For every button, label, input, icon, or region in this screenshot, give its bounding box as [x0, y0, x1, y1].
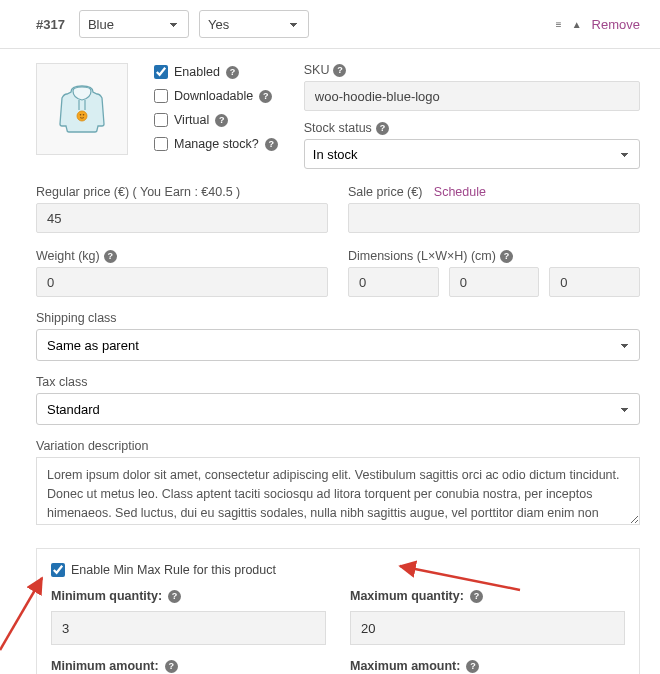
enabled-checkbox[interactable]	[154, 65, 168, 79]
enabled-label: Enabled	[174, 65, 220, 79]
dim-height-input[interactable]	[549, 267, 640, 297]
help-icon[interactable]: ?	[470, 590, 483, 603]
max-amt-label: Maximum amount: ?	[350, 659, 625, 673]
attribute-1-select[interactable]: Blue	[79, 10, 189, 38]
min-qty-input[interactable]	[51, 611, 326, 645]
menu-icon[interactable]: ≡	[556, 19, 562, 30]
enabled-checkbox-row: Enabled ?	[154, 65, 278, 79]
svg-point-2	[77, 111, 87, 121]
attribute-2-select[interactable]: Yes	[199, 10, 309, 38]
variation-id: #317	[36, 17, 65, 32]
collapse-icon[interactable]: ▲	[572, 19, 582, 30]
sale-price-label: Sale price (€) Schedule	[348, 185, 640, 199]
help-icon[interactable]: ?	[333, 64, 346, 77]
sale-price-input[interactable]	[348, 203, 640, 233]
dim-width-input[interactable]	[449, 267, 540, 297]
remove-variation-link[interactable]: Remove	[592, 17, 640, 32]
weight-input[interactable]	[36, 267, 328, 297]
svg-point-4	[83, 114, 85, 116]
regular-price-input[interactable]	[36, 203, 328, 233]
shipping-class-label: Shipping class	[36, 311, 640, 325]
variation-header: #317 Blue Yes ≡ ▲ Remove	[0, 0, 660, 49]
enable-minmax-label: Enable Min Max Rule for this product	[71, 563, 276, 577]
virtual-label: Virtual	[174, 113, 209, 127]
tax-class-select[interactable]: Standard	[36, 393, 640, 425]
help-icon[interactable]: ?	[500, 250, 513, 263]
help-icon[interactable]: ?	[168, 590, 181, 603]
weight-label: Weight (kg) ?	[36, 249, 328, 263]
enable-minmax-row: Enable Min Max Rule for this product	[51, 563, 625, 577]
tax-class-label: Tax class	[36, 375, 640, 389]
downloadable-checkbox[interactable]	[154, 89, 168, 103]
min-amt-label: Minimum amount: ?	[51, 659, 326, 673]
downloadable-label: Downloadable	[174, 89, 253, 103]
stock-status-label: Stock status ?	[304, 121, 640, 135]
variation-panel: #317 Blue Yes ≡ ▲ Remove	[0, 0, 660, 674]
manage-stock-checkbox[interactable]	[154, 137, 168, 151]
min-max-box: Enable Min Max Rule for this product Min…	[36, 548, 640, 674]
help-icon[interactable]: ?	[265, 138, 278, 151]
hoodie-icon	[55, 80, 109, 138]
help-icon[interactable]: ?	[376, 122, 389, 135]
variation-description-textarea[interactable]	[36, 457, 640, 525]
help-icon[interactable]: ?	[215, 114, 228, 127]
regular-price-label: Regular price (€) ( You Earn : €40.5 )	[36, 185, 328, 199]
manage-stock-label: Manage stock?	[174, 137, 259, 151]
dimensions-label: Dimensions (L×W×H) (cm) ?	[348, 249, 640, 263]
enable-minmax-checkbox[interactable]	[51, 563, 65, 577]
sku-input[interactable]	[304, 81, 640, 111]
max-qty-label: Maximum quantity: ?	[350, 589, 625, 603]
virtual-checkbox[interactable]	[154, 113, 168, 127]
help-icon[interactable]: ?	[259, 90, 272, 103]
help-icon[interactable]: ?	[226, 66, 239, 79]
virtual-checkbox-row: Virtual ?	[154, 113, 278, 127]
sku-label: SKU ?	[304, 63, 640, 77]
help-icon[interactable]: ?	[165, 660, 178, 673]
shipping-class-select[interactable]: Same as parent	[36, 329, 640, 361]
svg-point-3	[80, 114, 82, 116]
variation-image-thumb[interactable]	[36, 63, 128, 155]
downloadable-checkbox-row: Downloadable ?	[154, 89, 278, 103]
max-qty-input[interactable]	[350, 611, 625, 645]
variation-description-label: Variation description	[36, 439, 640, 453]
min-qty-label: Minimum quantity: ?	[51, 589, 326, 603]
stock-status-select[interactable]: In stock	[304, 139, 640, 169]
help-icon[interactable]: ?	[466, 660, 479, 673]
manage-stock-checkbox-row: Manage stock? ?	[154, 137, 278, 151]
schedule-link[interactable]: Schedule	[434, 185, 486, 199]
dim-length-input[interactable]	[348, 267, 439, 297]
help-icon[interactable]: ?	[104, 250, 117, 263]
